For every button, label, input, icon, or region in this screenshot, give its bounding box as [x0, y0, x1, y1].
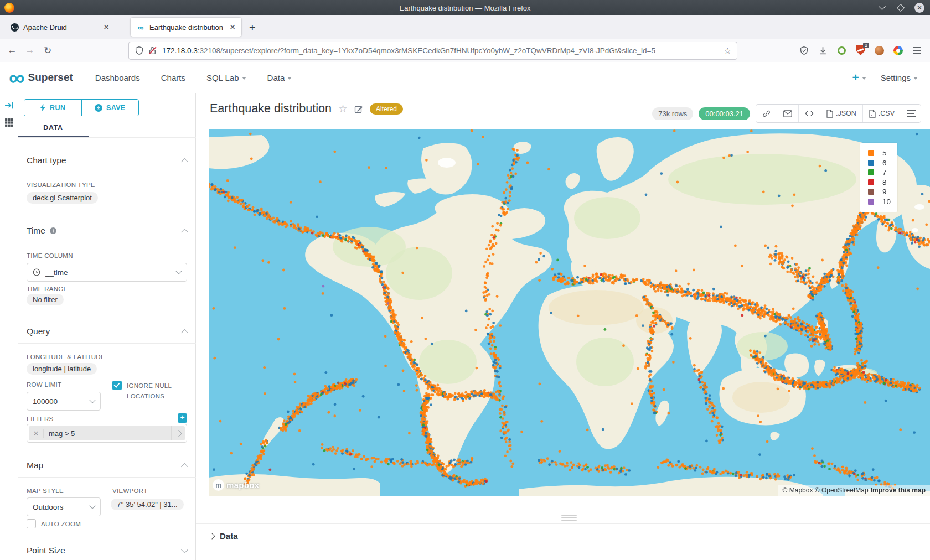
chart-panel: Earthquake distribution ☆ Altered 73k ro… [196, 93, 930, 560]
legend-item: 5 [868, 148, 891, 158]
tracking-shield-icon[interactable] [135, 46, 144, 55]
url-address-field[interactable]: 172.18.0.3 :32108/superset/explore/?form… [128, 42, 737, 60]
legend-swatch-icon [868, 169, 874, 175]
save-button[interactable]: SAVE [82, 100, 139, 116]
row-limit-select[interactable]: 100000 [27, 392, 101, 411]
section-query[interactable]: Query [27, 326, 187, 336]
chevron-up-icon [181, 229, 188, 236]
tab-apache-druid[interactable]: Apache Druid ✕ [4, 18, 115, 37]
deckgl-scatterplot-map[interactable]: 5678910 m mapbox © Mapbox © OpenStreetMa… [209, 129, 930, 496]
edit-pencil-icon[interactable] [354, 105, 363, 113]
improve-map-link[interactable]: Improve this map [871, 486, 926, 494]
ignore-null-label: LOCATIONS [127, 393, 164, 400]
section-map[interactable]: Map [27, 460, 187, 470]
favorite-star-icon[interactable]: ☆ [338, 102, 348, 115]
ignore-null-checkbox-row[interactable]: IGNORE NULL LOCATIONS [112, 381, 172, 402]
filter-expand-icon[interactable] [171, 426, 185, 440]
tab-earthquake-distribution[interactable]: ∞ Earthquake distribution ✕ [131, 18, 241, 37]
legend-item: 8 [868, 178, 891, 188]
application-window: Earthquake distribution — Mozilla Firefo… [0, 0, 930, 560]
window-maximize-button[interactable] [896, 3, 906, 13]
reload-button[interactable]: ↻ [39, 45, 56, 56]
time-column-value: __time [45, 268, 68, 277]
viewport-value[interactable]: 7° 35' 54.02" | 31... [111, 499, 184, 510]
chevron-down-icon [89, 397, 95, 403]
run-button[interactable]: RUN [24, 100, 82, 116]
browser-tab-bar: Apache Druid ✕ ∞ Earthquake distribution… [0, 15, 930, 39]
map-style-label: MAP STYLE [27, 488, 64, 494]
legend-item: 6 [868, 158, 891, 168]
tab-label: Apache Druid [23, 23, 99, 32]
forward-button[interactable]: → [21, 45, 39, 56]
section-title: Chart type [27, 155, 66, 165]
filter-chip[interactable]: ✕ mag > 5 [29, 426, 185, 440]
add-filter-button[interactable]: + [178, 413, 187, 423]
dataset-grid-icon[interactable] [4, 118, 14, 127]
chevron-down-icon [913, 77, 918, 80]
lonlat-value[interactable]: longitude | latitude [27, 363, 97, 375]
nav-dashboards[interactable]: Dashboards [95, 73, 140, 82]
add-new-button[interactable]: + [852, 71, 866, 84]
ignore-null-checkbox[interactable] [112, 381, 122, 390]
mapbox-logo-icon: m [213, 479, 224, 491]
superset-favicon-icon: ∞ [136, 23, 145, 32]
copy-link-button[interactable] [756, 105, 777, 122]
nav-charts[interactable]: Charts [161, 73, 185, 82]
auto-zoom-row[interactable]: AUTO ZOOM [27, 519, 81, 528]
section-chart-type[interactable]: Chart type [27, 155, 187, 165]
embed-code-button[interactable] [799, 105, 820, 122]
tab-data[interactable]: DATA [18, 120, 89, 137]
filters-label: FILTERS [27, 416, 54, 422]
ublock-badge: 2 [863, 43, 869, 48]
insecure-lock-icon[interactable] [148, 46, 157, 55]
email-button[interactable] [777, 105, 799, 122]
downloads-icon[interactable] [818, 45, 828, 56]
resize-drag-handle[interactable] [561, 515, 577, 522]
section-title: Query [27, 326, 50, 336]
tab-close-icon[interactable]: ✕ [103, 23, 110, 32]
earthquake-points-layer[interactable] [209, 129, 930, 496]
time-column-label: TIME COLUMN [27, 252, 73, 259]
protections-shield-icon[interactable] [799, 45, 809, 56]
altered-badge[interactable]: Altered [370, 103, 403, 115]
nav-sql-lab[interactable]: SQL Lab [206, 73, 246, 82]
superset-logo[interactable]: ∞ Superset [9, 71, 73, 84]
viz-type-value[interactable]: deck.gl Scatterplot [27, 192, 98, 204]
json-label: .JSON [836, 110, 856, 117]
settings-menu[interactable]: Settings [881, 73, 918, 82]
menu-hamburger-icon[interactable] [912, 45, 922, 56]
data-section-title: Data [220, 531, 238, 541]
window-close-button[interactable]: ✕ [914, 3, 924, 13]
collapse-panel-icon[interactable] [4, 101, 14, 110]
mapbox-logo[interactable]: m mapbox [213, 479, 259, 491]
section-point-size[interactable]: Point Size [27, 546, 187, 556]
remove-filter-icon[interactable]: ✕ [29, 429, 44, 438]
row-limit-label: ROW LIMIT [27, 381, 61, 388]
map-style-select[interactable]: Outdoors [27, 497, 101, 516]
time-range-value[interactable]: No filter [27, 294, 64, 305]
map-legend: 5678910 [860, 143, 897, 212]
data-results-section[interactable]: Data [196, 523, 930, 541]
chart-menu-button[interactable] [901, 105, 921, 122]
time-column-select[interactable]: __time [27, 263, 187, 282]
nav-label: Data [267, 73, 285, 82]
ublock-origin-icon[interactable]: 2 [855, 45, 866, 56]
window-minimize-button[interactable] [877, 3, 887, 13]
export-json-button[interactable]: .JSON [820, 105, 863, 122]
nav-data[interactable]: Data [267, 73, 292, 82]
tab-label: Earthquake distribution [149, 23, 225, 32]
bookmark-star-icon[interactable]: ☆ [724, 46, 731, 56]
export-csv-button[interactable]: x .CSV [863, 105, 901, 122]
window-title: Earthquake distribution — Mozilla Firefo… [0, 4, 930, 12]
auto-zoom-label: AUTO ZOOM [41, 521, 81, 527]
back-button[interactable]: ← [3, 45, 21, 56]
new-tab-button[interactable]: + [249, 22, 256, 34]
legend-label: 9 [882, 188, 887, 196]
auto-zoom-checkbox[interactable] [27, 519, 36, 528]
extension-pinwheel-icon[interactable] [893, 45, 903, 56]
extension-green-icon[interactable] [836, 45, 847, 56]
privacy-badger-icon[interactable] [874, 45, 885, 56]
lonlat-label: LONGITUDE & LATITUDE [27, 354, 105, 360]
tab-close-icon[interactable]: ✕ [229, 23, 236, 32]
section-time[interactable]: Time [27, 226, 187, 236]
